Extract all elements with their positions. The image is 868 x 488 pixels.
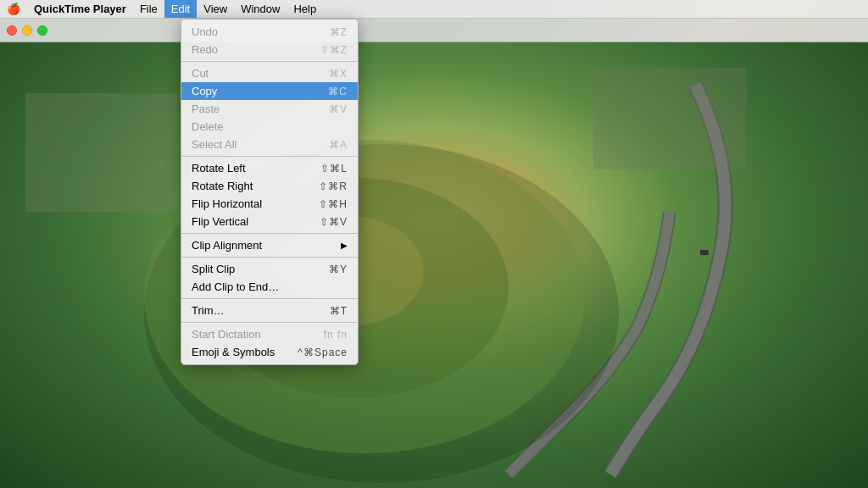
menu-item-copy[interactable]: Copy ⌘C (181, 82, 358, 100)
video-area (0, 42, 868, 488)
redo-label: Redo (192, 43, 320, 56)
cut-label: Cut (192, 67, 329, 80)
svg-rect-5 (593, 68, 746, 169)
landscape (0, 42, 868, 488)
menu-item-flip-vertical[interactable]: Flip Vertical ⇧⌘V (181, 213, 358, 230)
submenu-arrow-icon: ▶ (341, 241, 348, 250)
menu-item-clip-alignment[interactable]: Clip Alignment ▶ (181, 236, 358, 254)
minimize-button[interactable] (22, 25, 32, 36)
rotate-right-label: Rotate Right (192, 180, 319, 192)
start-dictation-shortcut: fn fn (324, 329, 348, 341)
menu-item-add-clip[interactable]: Add Clip to End… (181, 278, 358, 296)
menu-item-rotate-right[interactable]: Rotate Right ⇧⌘R (181, 177, 358, 195)
flip-vertical-label: Flip Vertical (192, 215, 320, 228)
trim-shortcut: ⌘T (330, 305, 348, 317)
maximize-button[interactable] (37, 25, 47, 36)
app-name-menu[interactable]: QuickTime Player (27, 0, 133, 18)
menu-item-rotate-left[interactable]: Rotate Left ⇧⌘L (181, 159, 358, 177)
cut-shortcut: ⌘X (329, 68, 348, 80)
rotate-right-shortcut: ⇧⌘R (319, 180, 348, 192)
rotate-left-label: Rotate Left (192, 162, 320, 175)
select-all-shortcut: ⌘A (329, 139, 348, 151)
menu-item-flip-horizontal[interactable]: Flip Horizontal ⇧⌘H (181, 195, 358, 213)
delete-label: Delete (192, 120, 348, 133)
copy-label: Copy (192, 85, 328, 97)
close-button[interactable] (7, 25, 17, 36)
menu-item-emoji-symbols[interactable]: Emoji & Symbols ^⌘Space (181, 343, 358, 361)
flip-horizontal-label: Flip Horizontal (192, 197, 319, 210)
separator-1 (181, 61, 358, 62)
view-menu[interactable]: View (197, 0, 234, 18)
svg-rect-6 (700, 250, 709, 255)
menu-item-split-clip[interactable]: Split Clip ⌘Y (181, 260, 358, 278)
split-clip-shortcut: ⌘Y (329, 263, 348, 275)
menu-item-cut[interactable]: Cut ⌘X (181, 64, 358, 82)
start-dictation-label: Start Dictation (192, 328, 324, 341)
rotate-left-shortcut: ⇧⌘L (320, 163, 348, 175)
trim-label: Trim… (192, 304, 330, 317)
window-controls (7, 25, 47, 36)
separator-5 (181, 298, 358, 299)
edit-menu[interactable]: Edit (164, 0, 197, 18)
edit-dropdown-menu: Undo ⌘Z Redo ⇧⌘Z Cut ⌘X Copy ⌘C Paste ⌘V… (181, 19, 359, 365)
paste-shortcut: ⌘V (329, 103, 348, 115)
split-clip-label: Split Clip (192, 263, 329, 275)
separator-6 (181, 322, 358, 323)
menu-item-start-dictation[interactable]: Start Dictation fn fn (181, 325, 358, 343)
road-overlay (0, 42, 868, 488)
svg-rect-4 (25, 93, 178, 212)
help-menu[interactable]: Help (287, 0, 323, 18)
file-menu[interactable]: File (133, 0, 164, 18)
clip-alignment-label: Clip Alignment (192, 239, 341, 252)
apple-menu[interactable]: 🍎 (0, 0, 27, 18)
menu-item-undo[interactable]: Undo ⌘Z (181, 23, 358, 41)
flip-horizontal-shortcut: ⇧⌘H (319, 198, 348, 210)
menu-item-delete[interactable]: Delete (181, 118, 358, 136)
flip-vertical-shortcut: ⇧⌘V (320, 216, 348, 228)
emoji-symbols-shortcut: ^⌘Space (298, 347, 348, 358)
menu-item-paste[interactable]: Paste ⌘V (181, 100, 358, 118)
select-all-label: Select All (192, 138, 329, 151)
titlebar (0, 19, 868, 42)
window-menu[interactable]: Window (234, 0, 287, 18)
menu-item-trim[interactable]: Trim… ⌘T (181, 302, 358, 319)
menu-item-select-all[interactable]: Select All ⌘A (181, 136, 358, 153)
apple-icon: 🍎 (7, 3, 20, 15)
separator-4 (181, 257, 358, 258)
add-clip-label: Add Clip to End… (192, 280, 348, 293)
menu-item-redo[interactable]: Redo ⇧⌘Z (181, 41, 358, 58)
menubar: 🍎 QuickTime Player File Edit View Window… (0, 0, 868, 19)
paste-label: Paste (192, 103, 329, 115)
undo-label: Undo (192, 25, 330, 38)
redo-shortcut: ⇧⌘Z (320, 44, 348, 56)
separator-3 (181, 233, 358, 234)
emoji-symbols-label: Emoji & Symbols (192, 346, 298, 358)
separator-2 (181, 156, 358, 157)
undo-shortcut: ⌘Z (330, 26, 348, 38)
copy-shortcut: ⌘C (328, 86, 348, 97)
